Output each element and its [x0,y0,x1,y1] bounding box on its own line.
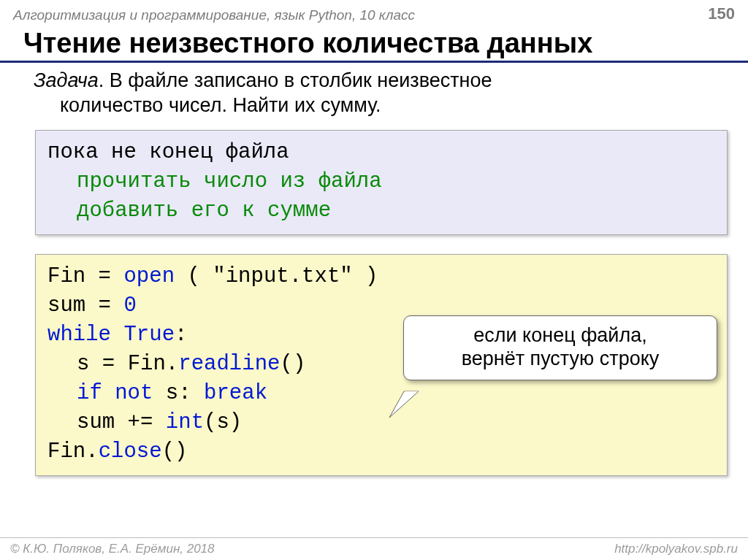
task-line2: количество чисел. Найти их сумму. [34,93,726,118]
tok: open [123,264,175,288]
code-l1: Fin = open ( "input.txt" ) [47,262,715,291]
tok [111,323,123,347]
tok: readline [178,352,280,376]
callout: если конец файла, вернёт пустую строку [403,315,717,380]
tok: = [85,264,123,288]
svg-marker-1 [405,391,418,392]
callout-line2: вернёт пустую строку [414,347,706,370]
pseudo-l1: пока не конец файла [47,138,715,167]
tok: : [175,323,187,347]
tok: ( [175,264,213,288]
pseudo-l2: прочитать число из файла [47,167,382,196]
tok: () [162,440,188,464]
tok: break [204,381,267,405]
footer: © К.Ю. Поляков, Е.А. Ерёмин, 2018 http:/… [0,537,748,560]
tok: while [47,323,111,347]
footer-right: http://kpolyakov.spb.ru [614,542,738,556]
code-l7: Fin.close() [47,437,715,467]
course-label: Алгоритмизация и программирование, язык … [13,7,415,23]
tok: (s) [204,410,242,434]
callout-line1: если конец файла, [414,323,706,347]
topbar: Алгоритмизация и программирование, язык … [0,0,748,23]
slide-title: Чтение неизвестного количества данных [0,23,748,61]
tok: sum [47,294,85,318]
task-line1: . В файле записано в столбик неизвестное [99,69,492,91]
page-number: 150 [708,4,735,23]
tok: 0 [123,294,136,318]
tok: () [280,352,305,376]
tok: True [123,323,175,347]
code-l6: sum += int(s) [47,408,715,437]
code-l5: if not s: break [47,379,715,408]
slide: Алгоритмизация и программирование, язык … [0,0,748,560]
title-rule [0,61,748,63]
tok: ) [353,264,378,288]
pseudo-l3: добавить его к сумме [47,196,331,226]
tok: s: [153,381,204,405]
tok: close [99,440,162,464]
tok: = [89,352,127,376]
tok: s [77,352,89,376]
svg-marker-0 [389,391,419,418]
tok: "input.txt" [213,264,352,288]
tok: Fin. [47,440,99,464]
task-text: Задача. В файле записано в столбик неизв… [0,67,748,126]
tok: sum [77,410,115,434]
footer-left: © К.Ю. Поляков, Е.А. Ерёмин, 2018 [10,542,215,556]
tok: Fin. [128,352,179,376]
tok: += [115,410,166,434]
tok: = [85,294,123,318]
task-label: Задача [34,69,99,91]
tok: int [166,410,204,434]
tok: Fin [47,264,85,288]
pseudocode-box: пока не конец файла прочитать число из ф… [35,130,728,235]
tok: if not [77,381,153,405]
